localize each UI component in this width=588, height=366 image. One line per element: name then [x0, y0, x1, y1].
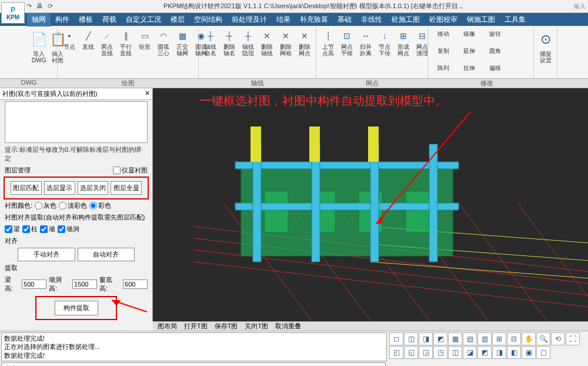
rbtn-snap[interactable]: ⊙捕捉 设置: [537, 28, 554, 77]
rbtn-move[interactable]: 移动: [432, 28, 455, 43]
menu-tools[interactable]: 工具集: [500, 13, 530, 26]
underlay-preview[interactable]: [5, 101, 148, 143]
vt-cube2-icon[interactable]: ◫: [404, 332, 418, 345]
btn-extract[interactable]: 构件提取: [55, 301, 98, 315]
menu-concrete-dwg[interactable]: 砼施工图: [387, 13, 425, 26]
app-logo[interactable]: PKPM: [1, 2, 25, 24]
chk-opening[interactable]: 墙洞: [58, 225, 79, 234]
vt-b-icon[interactable]: ◱: [404, 346, 418, 359]
menu-foundation[interactable]: 基础: [333, 13, 356, 26]
rbtn-copy[interactable]: 复制: [432, 45, 455, 60]
menu-steel-dwg[interactable]: 钢施工图: [462, 13, 500, 26]
status-cancel-overlap[interactable]: 取消重叠: [275, 322, 301, 331]
chk-wall[interactable]: 墙: [40, 225, 55, 234]
btn-layer-show[interactable]: 选层显示: [44, 181, 75, 195]
rbtn-offset[interactable]: 偏移: [483, 62, 507, 77]
rbtn-del-grid[interactable]: ✕删除 网格: [278, 28, 294, 77]
chk-col[interactable]: 柱: [22, 225, 38, 234]
menu-slab[interactable]: 楼板: [74, 13, 98, 26]
color-gray[interactable]: 灰色: [35, 201, 56, 210]
status-close-t[interactable]: 关闭T图: [245, 322, 268, 331]
vt-e-icon[interactable]: ◫: [448, 346, 462, 359]
viewport-3d[interactable]: 一键框选衬图，衬图中构件自动提取到模型中。: [153, 88, 588, 321]
vt-h-icon[interactable]: ◨: [492, 346, 506, 359]
rbtn-two-point-line[interactable]: ⟋两点 直线: [99, 28, 115, 77]
rbtn-stretch[interactable]: 拉伸: [457, 62, 481, 77]
vt-side-icon[interactable]: ▥: [477, 332, 492, 345]
status-open-t[interactable]: 打开T图: [184, 322, 208, 331]
menu-custom[interactable]: 自定义工况: [121, 13, 166, 26]
only-show-check[interactable]: 仅显衬图: [113, 166, 148, 175]
qat-print-icon[interactable]: 🖶: [36, 2, 43, 10]
rbtn-import-dwg[interactable]: 📄导入 DWG: [31, 28, 47, 77]
rbtn-node-up[interactable]: ┆上节 点高: [320, 28, 336, 77]
panel-close-icon[interactable]: ✕: [145, 89, 150, 98]
qat-refresh-icon[interactable]: ⟳: [48, 2, 53, 10]
rbtn-node-move[interactable]: ⊡网点 平移: [339, 28, 355, 77]
rbtn-axis-vis[interactable]: ┼轴线隐现: [240, 28, 256, 77]
rbtn-form-grid[interactable]: ⊞形成 网点: [395, 28, 412, 77]
btn-auto-align[interactable]: 自动对齐: [78, 248, 135, 261]
vt-a-icon[interactable]: ◰: [389, 346, 403, 359]
btn-layer-match[interactable]: 图层匹配: [11, 181, 42, 195]
vt-front-icon[interactable]: ▤: [463, 332, 477, 345]
menu-result[interactable]: 结果: [272, 13, 295, 26]
btn-manual-align[interactable]: 手动对齐: [18, 248, 75, 261]
vt-top-icon[interactable]: ▦: [448, 332, 462, 345]
vt-grid-icon[interactable]: ⊞: [492, 332, 506, 345]
vt-zoom-icon[interactable]: 🔍: [536, 332, 550, 345]
vt-k-icon[interactable]: ▢: [536, 346, 550, 359]
input-win-b[interactable]: [123, 280, 148, 289]
vt-g-icon[interactable]: ◩: [477, 346, 492, 359]
rbtn-merge-dist[interactable]: ↔归并 距离: [358, 28, 374, 77]
qat-redo-icon[interactable]: ↷: [26, 2, 32, 10]
rbtn-del-axis-name[interactable]: ┼删除轴名: [221, 28, 238, 77]
btn-layer-all[interactable]: 图层全显: [111, 181, 142, 195]
menu-check[interactable]: 补充验算: [295, 13, 333, 26]
vt-d-icon[interactable]: ◳: [433, 346, 447, 359]
vt-j-icon[interactable]: ▣: [522, 346, 536, 359]
vt-i-icon[interactable]: ◧: [507, 346, 521, 359]
rbtn-rect[interactable]: ▭矩形: [136, 28, 153, 77]
status-layout[interactable]: 图布局: [158, 322, 177, 331]
input-beam-h[interactable]: [22, 280, 46, 289]
vt-fit-icon[interactable]: ⛶: [566, 332, 580, 345]
rbtn-extend[interactable]: 延伸: [457, 45, 481, 60]
color-light[interactable]: 淡彩色: [59, 201, 87, 210]
rbtn-ortho-grid[interactable]: ▦正交 轴网: [174, 28, 191, 77]
vt-f-icon[interactable]: ◪: [463, 346, 477, 359]
vt-c-icon[interactable]: ◲: [419, 346, 433, 359]
menu-space[interactable]: 空间结构: [189, 13, 227, 26]
rbtn-del-node[interactable]: ✕删除 网点: [296, 28, 313, 77]
rbtn-mirror[interactable]: 镜像: [457, 28, 481, 43]
vt-iso-icon[interactable]: ◨: [419, 332, 433, 345]
rbtn-parallel-line[interactable]: ∥平行 直线: [118, 28, 134, 77]
btn-layer-hide[interactable]: 选层关闭: [78, 181, 109, 195]
vt-pan-icon[interactable]: ✋: [522, 332, 536, 345]
chk-beam[interactable]: 梁: [5, 225, 20, 234]
rbtn-arc[interactable]: ◠圆弧 三心: [155, 28, 172, 77]
rbtn-axis-name[interactable]: ┼轴线命名: [202, 28, 219, 77]
menu-load[interactable]: 荷载: [98, 13, 121, 26]
vt-axis-icon[interactable]: ⊟: [507, 332, 521, 345]
menu-axis[interactable]: 轴网: [27, 13, 51, 26]
menu-preprocess[interactable]: 前处理及计: [227, 13, 272, 26]
rbtn-array[interactable]: 阵列: [432, 62, 455, 77]
rbtn-node[interactable]: •节点: [61, 28, 78, 77]
input-wall-h[interactable]: [72, 280, 97, 289]
menu-component[interactable]: 构件: [51, 13, 74, 26]
rbtn-line[interactable]: ╱直线: [80, 28, 96, 77]
rbtn-fillet[interactable]: 圆角: [483, 45, 507, 60]
vt-cube-icon[interactable]: ◻: [389, 332, 403, 345]
color-full[interactable]: 彩色: [89, 201, 111, 210]
command-input[interactable]: 命令:: [1, 362, 386, 366]
rbtn-rotate[interactable]: 旋转: [483, 28, 507, 43]
vt-persp-icon[interactable]: ◩: [433, 332, 447, 345]
rbtn-del-axis[interactable]: ✕删除 轴线: [259, 28, 275, 77]
menu-nonlinear[interactable]: 非线性: [356, 13, 387, 26]
menu-floor[interactable]: 楼层: [166, 13, 189, 26]
rbtn-node-down[interactable]: ↓节点 下传: [376, 28, 393, 77]
menu-concrete-review[interactable]: 砼图校审: [425, 13, 462, 26]
status-save-t[interactable]: 保存T图: [215, 322, 238, 331]
vt-orbit-icon[interactable]: ⟲: [551, 332, 565, 345]
